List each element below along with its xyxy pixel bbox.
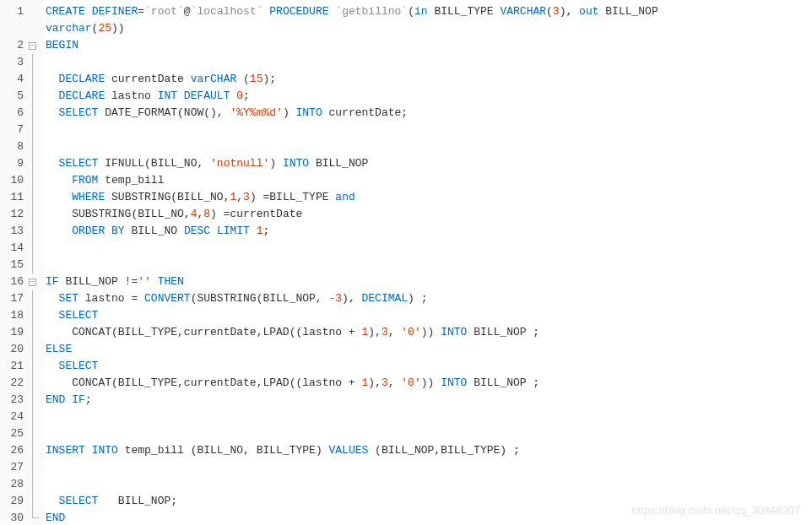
line-number: 29 [3, 493, 24, 510]
fold-marker [29, 510, 44, 525]
fold-marker [29, 341, 44, 358]
code-line[interactable]: DECLARE lastno INT DEFAULT 0; [46, 88, 812, 105]
code-line[interactable]: SELECT BILL_NOP; [46, 493, 812, 510]
code-line[interactable] [46, 459, 812, 476]
code-line[interactable]: CREATE DEFINER=`root`@`localhost` PROCED… [46, 3, 812, 20]
fold-marker [29, 375, 44, 392]
fold-marker[interactable]: − [29, 273, 44, 290]
code-line[interactable]: SELECT [46, 307, 812, 324]
code-line[interactable]: varchar(25)) [46, 20, 812, 37]
fold-marker [29, 442, 44, 459]
code-line[interactable]: SELECT DATE_FORMAT(NOW(), '%Y%m%d') INTO… [46, 105, 812, 122]
code-line[interactable]: END [46, 510, 812, 525]
fold-marker [29, 240, 44, 257]
line-number: 1 [3, 3, 24, 20]
code-line[interactable]: BEGIN [46, 37, 812, 54]
code-line[interactable] [46, 54, 812, 71]
line-number: 30 [3, 510, 24, 525]
fold-marker [29, 290, 44, 307]
code-line[interactable] [46, 138, 812, 155]
code-line[interactable] [46, 409, 812, 425]
code-line[interactable]: ORDER BY BILL_NO DESC LIMIT 1; [46, 223, 812, 240]
fold-marker [29, 88, 44, 105]
code-line[interactable] [46, 122, 812, 138]
code-line[interactable]: IF BILL_NOP !='' THEN [46, 273, 812, 290]
fold-marker [29, 71, 44, 88]
line-number: 6 [3, 105, 24, 122]
line-number: 25 [3, 425, 24, 442]
line-number: 23 [3, 392, 24, 409]
fold-marker [29, 459, 44, 476]
line-number: 5 [3, 88, 24, 105]
line-number: 19 [3, 324, 24, 341]
line-number: 14 [3, 240, 24, 257]
line-number: 15 [3, 257, 24, 273]
line-number: 21 [3, 358, 24, 375]
line-number: 27 [3, 459, 24, 476]
code-area[interactable]: CREATE DEFINER=`root`@`localhost` PROCED… [44, 0, 812, 525]
line-number: 20 [3, 341, 24, 358]
line-number: 22 [3, 375, 24, 392]
code-line[interactable] [46, 476, 812, 493]
code-line[interactable]: INSERT INTO temp_bill (BILL_NO, BILL_TYP… [46, 442, 812, 459]
fold-marker [29, 206, 44, 223]
line-number: 2 [3, 37, 24, 54]
fold-marker [29, 425, 44, 442]
fold-marker [29, 223, 44, 240]
line-number: 16 [3, 273, 24, 290]
line-number: 18 [3, 307, 24, 324]
fold-marker [29, 358, 44, 375]
line-number: 8 [3, 138, 24, 155]
code-line[interactable] [46, 257, 812, 273]
code-line[interactable]: SELECT IFNULL(BILL_NO, 'notnull') INTO B… [46, 155, 812, 172]
fold-marker [29, 155, 44, 172]
fold-column: −− [29, 0, 44, 525]
fold-marker [29, 392, 44, 409]
fold-marker [29, 493, 44, 510]
code-line[interactable]: WHERE SUBSTRING(BILL_NO,1,3) =BILL_TYPE … [46, 189, 812, 206]
code-line[interactable] [46, 425, 812, 442]
fold-marker [29, 54, 44, 71]
fold-marker [29, 105, 44, 122]
fold-toggle-icon[interactable]: − [29, 42, 36, 50]
line-number-gutter: 1234567891011121314151617181920212223242… [0, 0, 29, 525]
fold-marker [29, 138, 44, 155]
line-number: 13 [3, 223, 24, 240]
code-line[interactable]: FROM temp_bill [46, 172, 812, 189]
fold-marker [29, 324, 44, 341]
line-number: 10 [3, 172, 24, 189]
code-line[interactable]: SUBSTRING(BILL_NO,4,8) =currentDate [46, 206, 812, 223]
fold-marker[interactable]: − [29, 37, 44, 54]
code-editor: 1234567891011121314151617181920212223242… [0, 0, 812, 525]
fold-marker [29, 122, 44, 138]
fold-toggle-icon[interactable]: − [29, 279, 36, 286]
line-number: 11 [3, 189, 24, 206]
line-number: 12 [3, 206, 24, 223]
line-number: 9 [3, 155, 24, 172]
line-number: 17 [3, 290, 24, 307]
line-number: 26 [3, 442, 24, 459]
code-line[interactable] [46, 240, 812, 257]
line-number: 3 [3, 54, 24, 71]
code-line[interactable]: SELECT [46, 358, 812, 375]
fold-marker [29, 307, 44, 324]
fold-marker [29, 409, 44, 425]
fold-marker [29, 172, 44, 189]
code-line[interactable]: CONCAT(BILL_TYPE,currentDate,LPAD((lastn… [46, 375, 812, 392]
line-number: 24 [3, 409, 24, 425]
code-line[interactable]: END IF; [46, 392, 812, 409]
fold-marker [29, 476, 44, 493]
line-number: 28 [3, 476, 24, 493]
code-line[interactable]: CONCAT(BILL_TYPE,currentDate,LPAD((lastn… [46, 324, 812, 341]
code-line[interactable]: ELSE [46, 341, 812, 358]
line-number: 4 [3, 71, 24, 88]
code-line[interactable]: DECLARE currentDate varCHAR (15); [46, 71, 812, 88]
fold-marker [29, 189, 44, 206]
fold-marker [29, 257, 44, 273]
fold-marker [29, 3, 44, 20]
line-number: 7 [3, 122, 24, 138]
code-line[interactable]: SET lastno = CONVERT(SUBSTRING(BILL_NOP,… [46, 290, 812, 307]
